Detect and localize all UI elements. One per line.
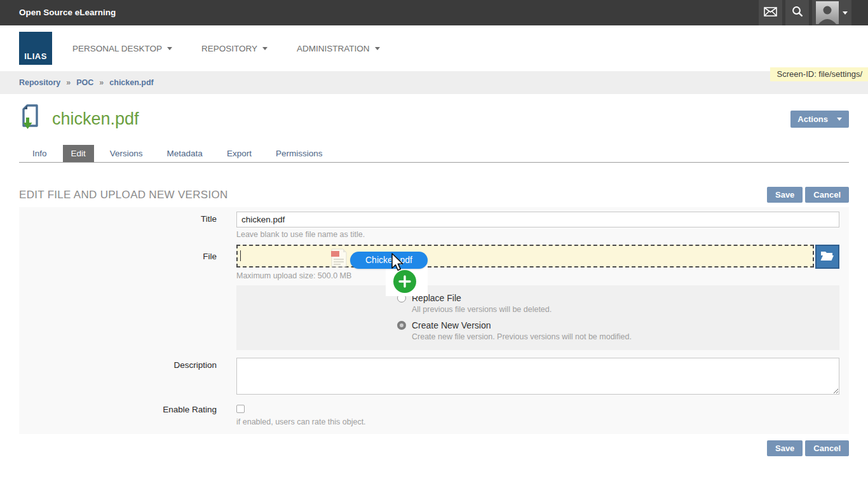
save-button[interactable]: Save xyxy=(767,187,803,203)
save-button-bottom[interactable]: Save xyxy=(767,440,803,456)
file-dropzone[interactable] xyxy=(236,245,814,268)
file-field-row: File Maximum upload xyxy=(19,245,839,350)
cancel-button[interactable]: Cancel xyxy=(805,187,849,203)
file-label: File xyxy=(19,245,217,350)
screen-id-badge: Screen-ID: file/settings/ xyxy=(770,67,868,81)
user-menu-button[interactable] xyxy=(812,0,851,25)
chevron-down-icon xyxy=(837,118,842,121)
top-bar: Open Source eLearning xyxy=(0,0,868,25)
tab-metadata[interactable]: Metadata xyxy=(159,145,211,162)
text-caret xyxy=(240,250,241,261)
chevron-down-icon xyxy=(843,11,848,15)
new-version-label[interactable]: Create New Version xyxy=(412,320,491,330)
client-title: Open Source eLearning xyxy=(0,0,759,25)
breadcrumb: Repository » POC » chicken.pdf xyxy=(0,71,868,94)
cancel-button-bottom[interactable]: Cancel xyxy=(805,440,849,456)
search-icon xyxy=(792,6,803,20)
ilias-logo[interactable]: ILIAS xyxy=(19,32,52,65)
form-heading: EDIT FILE AND UPLOAD NEW VERSION xyxy=(19,189,228,201)
folder-open-icon xyxy=(820,250,834,264)
chevron-down-icon xyxy=(167,47,172,50)
mail-button[interactable] xyxy=(759,0,782,25)
tab-edit[interactable]: Edit xyxy=(63,145,94,162)
replace-file-description: All previous file versions will be delet… xyxy=(412,305,830,314)
avatar xyxy=(816,1,839,24)
breadcrumb-separator: » xyxy=(99,78,104,87)
browse-files-button[interactable] xyxy=(815,245,839,269)
edit-form-panel: Title Leave blank to use file name as ti… xyxy=(19,207,849,434)
breadcrumb-poc[interactable]: POC xyxy=(76,78,93,87)
file-object-icon xyxy=(19,104,41,134)
breadcrumb-separator: » xyxy=(66,78,71,87)
rating-hint: if enabled, users can rate this object. xyxy=(236,417,839,426)
replace-file-radio[interactable] xyxy=(397,294,406,302)
breadcrumb-current-file[interactable]: chicken.pdf xyxy=(109,78,153,87)
replace-file-label[interactable]: Replace File xyxy=(412,293,461,303)
new-version-radio[interactable] xyxy=(397,321,406,330)
enable-rating-checkbox[interactable] xyxy=(236,405,245,413)
object-tabs: Info Edit Versions Metadata Export Permi… xyxy=(19,145,849,163)
description-label: Description xyxy=(19,358,217,397)
title-input[interactable] xyxy=(236,212,839,227)
nav-administration[interactable]: ADMINISTRATION xyxy=(297,44,380,53)
mail-icon xyxy=(764,7,777,19)
chevron-down-icon xyxy=(375,47,380,50)
form-header-row: EDIT FILE AND UPLOAD NEW VERSION Save Ca… xyxy=(19,187,849,203)
nav-repository[interactable]: REPOSITORY xyxy=(201,44,268,53)
file-upload-line xyxy=(236,245,839,269)
new-version-option: Create New Version Create new file versi… xyxy=(397,320,830,341)
topbar-icon-group xyxy=(759,0,851,25)
form-header-buttons: Save Cancel xyxy=(767,187,849,203)
rating-label: Enable Rating xyxy=(19,405,217,426)
new-version-description: Create new file version. Previous versio… xyxy=(412,332,830,341)
breadcrumb-repository[interactable]: Repository xyxy=(19,78,60,87)
search-button[interactable] xyxy=(785,0,809,25)
main-header: ILIAS PERSONAL DESKTOP REPOSITORY ADMINI… xyxy=(0,25,868,71)
title-field-row: Title Leave blank to use file name as ti… xyxy=(19,212,839,239)
description-textarea[interactable] xyxy=(236,358,839,395)
actions-button[interactable]: Actions xyxy=(790,111,849,128)
page-content: chicken.pdf Actions Info Edit Versions M… xyxy=(0,104,868,456)
object-title-row: chicken.pdf Actions xyxy=(19,104,849,133)
tab-permissions[interactable]: Permissions xyxy=(268,145,331,162)
main-navigation: PERSONAL DESKTOP REPOSITORY ADMINISTRATI… xyxy=(72,44,380,53)
description-field-row: Description xyxy=(19,358,839,397)
title-hint: Leave blank to use file name as title. xyxy=(236,230,839,239)
page-title: chicken.pdf xyxy=(52,109,139,129)
tab-info[interactable]: Info xyxy=(24,145,55,162)
tab-versions[interactable]: Versions xyxy=(102,145,151,162)
form-footer-buttons: Save Cancel xyxy=(19,440,849,456)
chevron-down-icon xyxy=(262,47,268,50)
version-options-block: Replace File All previous file versions … xyxy=(236,285,839,350)
replace-file-option: Replace File All previous file versions … xyxy=(397,293,830,314)
nav-personal-desktop[interactable]: PERSONAL DESKTOP xyxy=(72,44,172,53)
rating-field-row: Enable Rating if enabled, users can rate… xyxy=(19,405,839,426)
tab-export[interactable]: Export xyxy=(219,145,260,162)
title-label: Title xyxy=(19,212,217,239)
upload-size-hint: Maximum upload size: 500.0 MB xyxy=(236,271,839,280)
